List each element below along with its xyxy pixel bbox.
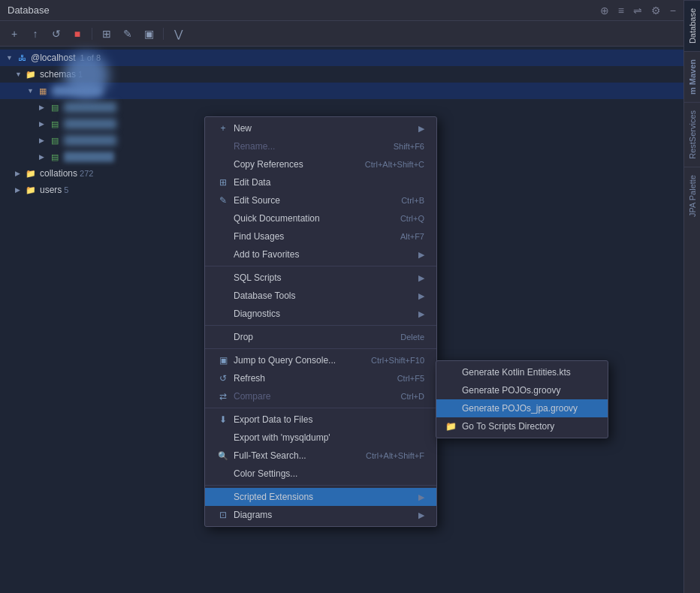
sidebar-tab-rest[interactable]: RestServices	[684, 102, 700, 167]
menu-diagrams[interactable]: ⊡ Diagrams ▶	[205, 506, 436, 524]
menu-refresh[interactable]: ↺ Refresh Ctrl+F5	[205, 369, 436, 387]
menu-diagnostics[interactable]: Diagnostics ▶	[205, 305, 436, 323]
toolbar-sep-2	[163, 28, 164, 40]
split-icon[interactable]: ⇌	[633, 5, 642, 17]
scripted-ext-arrow: ▶	[418, 492, 424, 502]
menu-compare-label: Compare	[234, 391, 270, 402]
users-count: 5	[64, 185, 68, 194]
table-4-label: blurred ation	[64, 152, 114, 162]
menu-color-settings[interactable]: Color Settings...	[205, 465, 436, 483]
menu-diagnostics-label: Diagnostics	[234, 309, 280, 319]
submenu-go-scripts[interactable]: 📁 Go To Scripts Directory	[436, 417, 608, 435]
menu-edit-source[interactable]: ✎ Edit Source Ctrl+B	[205, 191, 436, 209]
db-schema-icon: ▦	[37, 85, 49, 97]
db-icon: 🖧	[16, 52, 28, 64]
t3-arrow: ▶	[39, 137, 47, 144]
menu-edit-source-label: Edit Source	[234, 195, 280, 206]
table-1-label: blurred_table	[64, 102, 116, 113]
console-button[interactable]: ▣	[140, 26, 157, 42]
menu-drop-label: Drop	[234, 332, 253, 342]
submenu-gen-kotlin[interactable]: Generate Kotlin Entities.kts	[436, 363, 608, 381]
menu-scripted-ext[interactable]: Scripted Extensions ▶	[205, 488, 436, 506]
minus-icon[interactable]: −	[670, 5, 676, 17]
users-folder-icon: 📁	[25, 184, 37, 196]
menu-new[interactable]: + New ▶	[205, 119, 436, 137]
menu-edit-data[interactable]: ⊞ Edit Data	[205, 173, 436, 191]
title-bar: Database ⊕ ≡ ⇌ ⚙ −	[0, 0, 683, 21]
menu-full-text-search[interactable]: 🔍 Full-Text Search... Ctrl+Alt+Shift+F	[205, 447, 436, 465]
new-icon: +	[217, 123, 229, 134]
main-panel: Database ⊕ ≡ ⇌ ⚙ − + ↑ ↺ ■ ⊞ ✎ ▣ ⋁ ▼ 🖧 @…	[0, 0, 683, 593]
title-bar-text: Database	[8, 5, 50, 16]
menu-drop[interactable]: Drop Delete	[205, 328, 436, 346]
menu-export-mysqldump-label: Export with 'mysqldump'	[234, 432, 330, 443]
menu-sep-5	[205, 485, 436, 486]
menu-compare: ⇄ Compare Ctrl+D	[205, 387, 436, 405]
menu-find-usages[interactable]: Find Usages Alt+F7	[205, 227, 436, 245]
add-button[interactable]: +	[6, 26, 23, 42]
globe-icon[interactable]: ⊕	[600, 5, 609, 17]
diagrams-icon: ⊡	[217, 510, 229, 520]
menu-full-text-search-label: Full-Text Search...	[234, 450, 306, 461]
table-3-label: blurred_table	[64, 135, 116, 146]
menu-jump-query[interactable]: ▣ Jump to Query Console... Ctrl+Shift+F1…	[205, 351, 436, 369]
submenu-gen-pojos-jpa[interactable]: Generate POJOs_jpa.groovy	[436, 399, 608, 417]
menu-new-label: New	[234, 123, 252, 134]
schemas-arrow: ▼	[15, 71, 23, 78]
sidebar-tab-maven[interactable]: m Maven	[684, 51, 700, 102]
schemas-folder-icon: 📁	[25, 68, 37, 80]
sidebar-tab-database[interactable]: Database	[684, 0, 700, 51]
submenu-gen-pojos-label: Generate POJOs.groovy	[462, 385, 560, 396]
t2-arrow: ▶	[39, 120, 47, 128]
edit-data-icon: ⊞	[217, 177, 229, 188]
menu-add-favorites-label: Add to Favorites	[234, 249, 299, 260]
refresh-button[interactable]: ↺	[48, 26, 65, 42]
grid-button[interactable]: ⊞	[98, 26, 115, 42]
go-scripts-folder-icon: 📁	[445, 421, 457, 432]
submenu-gen-pojos[interactable]: Generate POJOs.groovy	[436, 381, 608, 399]
copy-ref-shortcut: Ctrl+Alt+Shift+C	[365, 160, 424, 169]
rename-shortcut: Shift+F6	[394, 142, 424, 151]
diagnostics-arrow: ▶	[418, 309, 424, 319]
new-arrow: ▶	[418, 124, 424, 134]
collations-label: collations	[40, 168, 77, 179]
sidebar-tab-jpa[interactable]: JPA Palette	[684, 167, 700, 224]
stop-button[interactable]: ■	[69, 26, 86, 42]
menu-sql-scripts[interactable]: SQL Scripts ▶	[205, 269, 436, 287]
menu-copy-ref[interactable]: Copy References Ctrl+Alt+Shift+C	[205, 155, 436, 173]
t1-arrow: ▶	[39, 104, 47, 111]
arrow-up-button[interactable]: ↑	[27, 26, 44, 42]
quick-doc-shortcut: Ctrl+Q	[400, 214, 424, 223]
menu-scripted-ext-label: Scripted Extensions	[234, 492, 313, 502]
menu-export-mysqldump[interactable]: Export with 'mysqldump'	[205, 429, 436, 447]
table-4-icon: ▤	[49, 151, 61, 163]
collations-arrow: ▶	[15, 170, 23, 177]
menu-db-tools[interactable]: Database Tools ▶	[205, 287, 436, 305]
menu-db-tools-label: Database Tools	[234, 290, 296, 301]
table-3-icon: ▤	[49, 134, 61, 146]
collations-count: 272	[80, 169, 93, 178]
table-1-icon: ▤	[49, 101, 61, 113]
menu-add-favorites[interactable]: Add to Favorites ▶	[205, 245, 436, 263]
menu-sep-4	[205, 408, 436, 408]
menu-diagrams-label: Diagrams	[234, 510, 272, 520]
find-usages-shortcut: Alt+F7	[400, 232, 424, 241]
menu-quick-doc[interactable]: Quick Documentation Ctrl+Q	[205, 209, 436, 227]
submenu: Generate Kotlin Entities.kts Generate PO…	[436, 360, 608, 438]
jump-query-shortcut: Ctrl+Shift+F10	[371, 356, 424, 365]
submenu-gen-pojos-jpa-label: Generate POJOs_jpa.groovy	[462, 403, 578, 414]
menu-sep-2	[205, 325, 436, 326]
tree-table-1[interactable]: ▶ ▤ blurred_table	[0, 99, 683, 116]
menu-find-usages-label: Find Usages	[234, 231, 284, 242]
diagrams-arrow: ▶	[418, 510, 424, 520]
gear-icon[interactable]: ⚙	[651, 5, 661, 17]
filter-button[interactable]: ⋁	[170, 26, 186, 42]
menu-sep-3	[205, 348, 436, 349]
jump-query-icon: ▣	[217, 355, 229, 366]
edit-button[interactable]: ✎	[119, 26, 136, 42]
menu-export-files[interactable]: ⬇ Export Data to Files	[205, 411, 436, 429]
full-text-search-icon: 🔍	[217, 451, 229, 461]
list-icon[interactable]: ≡	[618, 5, 624, 17]
submenu-go-scripts-label: Go To Scripts Directory	[462, 421, 554, 432]
users-arrow: ▶	[15, 186, 23, 194]
